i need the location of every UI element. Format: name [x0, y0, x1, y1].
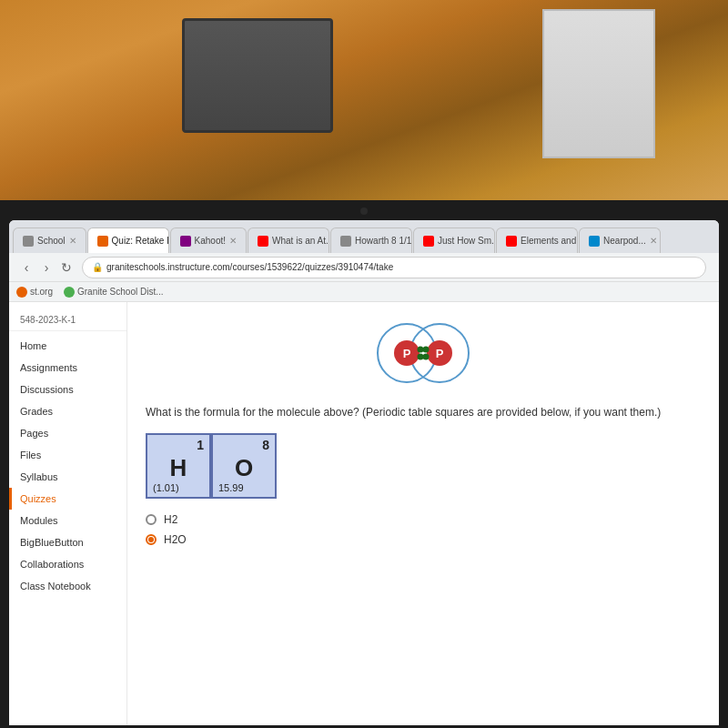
sidebar-item-assignments[interactable]: Assignments [9, 357, 126, 379]
tab-favicon-small [423, 236, 434, 247]
tab-kahoot[interactable]: Kahoot! ✕ [170, 228, 247, 253]
forward-button[interactable]: › [36, 258, 56, 278]
sidebar-item-collaborations[interactable]: Collaborations [9, 553, 126, 575]
sidebar-item-bigbluebutton[interactable]: BigBlueButton [9, 531, 126, 553]
back-button[interactable]: ‹ [16, 258, 36, 278]
sidebar-item-quizzes[interactable]: Quizzes [9, 488, 126, 510]
tab-favicon-nearpod [589, 236, 600, 247]
sidebar-item-discussions[interactable]: Discussions [9, 379, 126, 400]
svg-point-6 [418, 347, 424, 353]
tab-nearpod[interactable]: Nearpod... ✕ [579, 228, 661, 253]
tab-school[interactable]: School ✕ [13, 228, 86, 253]
course-id: 548-2023-K-1 [9, 309, 126, 331]
element-oxygen: 8 O 15.99 [211, 433, 277, 499]
quiz-content: P P What is the formula for the molecule… [127, 302, 719, 725]
bookmark-granite[interactable]: Granite School Dist... [64, 287, 163, 298]
kitchen-background [0, 0, 728, 200]
tab-favicon-quiz [97, 236, 108, 247]
sidebar-item-modules[interactable]: Modules [9, 510, 126, 531]
tab-just-how-small[interactable]: Just How Sm... ✕ [413, 228, 495, 253]
element-hydrogen: 1 H (1.01) [146, 433, 211, 499]
tab-howarth[interactable]: Howarth 8 1/1... ✕ [330, 228, 412, 253]
lock-icon: 🔒 [92, 262, 103, 272]
elements-container: 1 H (1.01) 8 O 15.99 [146, 433, 701, 499]
oxygen-atomic-number: 8 [262, 439, 269, 451]
tab-elements[interactable]: Elements and... ✕ [496, 228, 578, 253]
sidebar-item-class-notebook[interactable]: Class Notebook [9, 575, 126, 597]
tab-favicon-elements [506, 236, 517, 247]
molecule-diagram: P P [369, 317, 478, 389]
tab-what-is-atom[interactable]: What is an At... ✕ [248, 228, 329, 253]
sidebar-item-grades[interactable]: Grades [9, 400, 126, 422]
tab-close-school[interactable]: ✕ [69, 236, 76, 246]
tab-close-kahoot[interactable]: ✕ [229, 236, 237, 246]
bookmark-favicon-granite [64, 287, 75, 298]
tab-favicon-howarth [340, 236, 351, 247]
radio-h2[interactable] [146, 514, 157, 525]
hydrogen-mass: (1.01) [153, 483, 179, 493]
reload-button[interactable]: ↻ [56, 258, 76, 278]
radio-h2o[interactable] [146, 534, 157, 545]
content-area: 548-2023-K-1 Home Assignments Discussion… [9, 302, 719, 725]
tab-bar: School ✕ Quiz: Retake P... ✕ Kahoot! ✕ W… [9, 220, 719, 253]
svg-text:P: P [403, 347, 411, 360]
bookmark-st-org[interactable]: st.org [16, 287, 53, 298]
tab-favicon-atom [258, 236, 268, 247]
question-text: What is the formula for the molecule abo… [146, 404, 701, 420]
oxygen-symbol: O [235, 456, 253, 480]
address-bar: ‹ › ↻ 🔒 graniteschools.instructure.com/c… [9, 253, 719, 282]
sidebar-item-home[interactable]: Home [9, 335, 126, 357]
tab-close-nearpod[interactable]: ✕ [650, 236, 657, 246]
bookmarks-bar: st.org Granite School Dist... [9, 282, 719, 302]
sidebar-item-files[interactable]: Files [9, 444, 126, 466]
hydrogen-atomic-number: 1 [197, 439, 204, 451]
browser-window: School ✕ Quiz: Retake P... ✕ Kahoot! ✕ W… [9, 220, 719, 725]
sidebar-item-syllabus[interactable]: Syllabus [9, 466, 126, 488]
molecule-diagram-container: P P [146, 317, 701, 389]
oxygen-mass: 15.99 [218, 483, 244, 493]
answer-h2[interactable]: H2 [146, 513, 701, 526]
tab-quiz-retake[interactable]: Quiz: Retake P... ✕ [87, 228, 169, 253]
svg-point-9 [423, 354, 430, 360]
webcam [360, 207, 368, 215]
bookmark-favicon-st [16, 287, 27, 298]
sidebar: 548-2023-K-1 Home Assignments Discussion… [9, 302, 127, 725]
tab-favicon-school [23, 236, 34, 247]
svg-point-7 [418, 354, 424, 360]
laptop-bezel: School ✕ Quiz: Retake P... ✕ Kahoot! ✕ W… [0, 200, 728, 728]
answer-h2o[interactable]: H2O [146, 533, 701, 546]
svg-text:P: P [436, 347, 444, 360]
hydrogen-symbol: H [170, 456, 187, 480]
sidebar-item-pages[interactable]: Pages [9, 422, 126, 444]
url-input[interactable]: 🔒 graniteschools.instructure.com/courses… [82, 257, 706, 278]
svg-point-8 [423, 347, 430, 353]
tab-favicon-kahoot [180, 236, 191, 247]
